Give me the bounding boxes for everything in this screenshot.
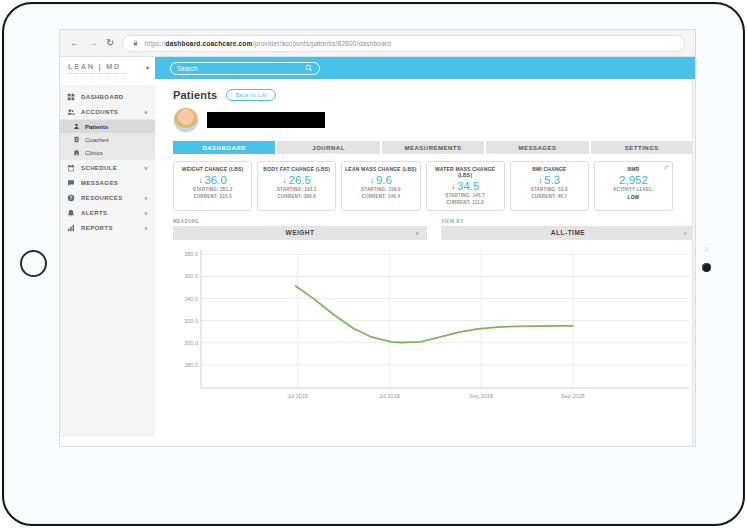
metric-title: LEAN MASS CHANGE (LBS) bbox=[344, 166, 417, 172]
person-icon bbox=[73, 123, 80, 130]
metric-card-lean-mass-change: LEAN MASS CHANGE (LBS) ↓9.6 STARTING: 15… bbox=[341, 161, 420, 211]
edit-pencil-icon[interactable]: ✎ bbox=[663, 164, 669, 172]
browser-window: ← → ↻ https://dashboard.coachcare.com/pr… bbox=[59, 29, 696, 447]
metric-card-water-mass-change: WATER MASS CHANGE (LBS) ↓34.5 STARTING: … bbox=[426, 161, 505, 211]
sidebar-subitem-clinics[interactable]: Clinics bbox=[60, 146, 155, 159]
sidebar-item-alerts[interactable]: ALERTS ∨ bbox=[60, 205, 155, 220]
weight-line-chart: 380.0360.0340.0320.0300.0280.0Jul 2018Ju… bbox=[173, 246, 695, 402]
bell-icon bbox=[67, 209, 75, 217]
metric-current: CURRENT: 111.2 bbox=[429, 200, 502, 207]
measure-label: MEASURE bbox=[173, 219, 427, 224]
metric-title: BMI CHANGE bbox=[513, 166, 586, 172]
activity-level-value: LOW bbox=[597, 194, 670, 201]
sidebar-item-label: MESSAGES bbox=[81, 180, 118, 186]
sidebar-item-label: RESOURCES bbox=[81, 195, 123, 201]
main-panel: Patients Back to List DASHBOARD JOURNAL … bbox=[155, 57, 695, 446]
metric-title: BMR bbox=[597, 166, 670, 172]
tab-settings[interactable]: SETTINGS bbox=[591, 141, 693, 154]
svg-text:Sep 2018: Sep 2018 bbox=[561, 393, 585, 399]
chart-filters: MEASURE WEIGHT ∨ VIEW BY ALL-TIME bbox=[173, 219, 695, 240]
camera-dot bbox=[702, 263, 711, 272]
svg-text:Jul 2018: Jul 2018 bbox=[287, 393, 308, 399]
chat-icon bbox=[67, 179, 75, 187]
top-search-band bbox=[155, 57, 695, 79]
ambient-sensor bbox=[704, 247, 709, 252]
chevron-down-icon: ∨ bbox=[144, 165, 148, 171]
tab-messages[interactable]: MESSAGES bbox=[486, 141, 588, 154]
tab-dashboard[interactable]: DASHBOARD bbox=[173, 141, 275, 154]
measure-select[interactable]: WEIGHT ∨ bbox=[173, 226, 427, 240]
scrollbar[interactable] bbox=[692, 79, 695, 446]
sidebar-item-label: ACCOUNTS bbox=[81, 109, 118, 115]
metric-starting: STARTING: 351.3 bbox=[176, 187, 249, 194]
tab-journal[interactable]: JOURNAL bbox=[277, 141, 379, 154]
tab-measurements[interactable]: MEASUREMENTS bbox=[382, 141, 484, 154]
browser-toolbar: ← → ↻ https://dashboard.coachcare.com/pr… bbox=[60, 30, 695, 57]
svg-text:320.0: 320.0 bbox=[184, 317, 198, 323]
metric-title: BODY FAT CHANGE (LBS) bbox=[260, 166, 333, 172]
sidebar-item-label: REPORTS bbox=[81, 225, 113, 231]
search-icon bbox=[305, 64, 313, 72]
viewby-label: VIEW BY bbox=[441, 219, 695, 224]
sidebar-subitem-coaches[interactable]: Coaches bbox=[60, 133, 155, 146]
metric-card-bmr: ✎ BMR 2,952 ACTIVITY LEVEL: LOW bbox=[594, 161, 673, 211]
chevron-down-icon: ∨ bbox=[144, 225, 148, 231]
sidebar-item-label: DASHBOARD bbox=[81, 94, 124, 100]
svg-text:380.0: 380.0 bbox=[184, 251, 198, 257]
metric-starting: STARTING: 193.1 bbox=[260, 187, 333, 194]
sidebar-subitem-patients[interactable]: Patients bbox=[60, 120, 155, 133]
down-arrow-icon: ↓ bbox=[538, 176, 542, 185]
patient-name-redacted bbox=[207, 112, 325, 128]
metric-starting: STARTING: 145.7 bbox=[429, 193, 502, 200]
sidebar: LEAN | MD ▾ DASHBOARD bbox=[60, 57, 155, 446]
search-box[interactable] bbox=[170, 62, 320, 75]
leanmd-logo: LEAN | MD bbox=[68, 62, 151, 71]
logo-caret-icon[interactable]: ▾ bbox=[146, 64, 149, 71]
metric-card-weight-change: WEIGHT CHANGE (LBS) ↓36.0 STARTING: 351.… bbox=[173, 161, 252, 211]
people-icon bbox=[67, 108, 75, 116]
svg-text:Sep 2018: Sep 2018 bbox=[469, 393, 493, 399]
down-arrow-icon: ↓ bbox=[451, 182, 455, 191]
refresh-icon[interactable]: ↻ bbox=[106, 38, 114, 48]
back-to-list-button[interactable]: Back to List bbox=[226, 89, 276, 101]
chevron-down-icon: ∨ bbox=[683, 230, 687, 236]
calendar-icon bbox=[67, 164, 75, 172]
sidebar-item-resources[interactable]: ? RESOURCES ∨ bbox=[60, 190, 155, 205]
padlock-icon bbox=[132, 39, 139, 47]
metric-card-body-fat-change: BODY FAT CHANGE (LBS) ↓26.5 STARTING: 19… bbox=[257, 161, 336, 211]
down-arrow-icon: ↓ bbox=[198, 176, 202, 185]
metric-title: WEIGHT CHANGE (LBS) bbox=[176, 166, 249, 172]
chevron-down-icon: ∨ bbox=[415, 230, 419, 236]
viewby-filter: VIEW BY ALL-TIME ∨ bbox=[441, 219, 695, 240]
svg-text:340.0: 340.0 bbox=[184, 295, 198, 301]
bar-chart-icon bbox=[67, 224, 75, 232]
metric-current: CURRENT: 46.7 bbox=[513, 194, 586, 201]
sidebar-item-dashboard[interactable]: DASHBOARD bbox=[60, 89, 155, 104]
metric-cards-row: WEIGHT CHANGE (LBS) ↓36.0 STARTING: 351.… bbox=[173, 161, 673, 211]
viewby-select[interactable]: ALL-TIME ∨ bbox=[441, 226, 695, 240]
metric-title: WATER MASS CHANGE (LBS) bbox=[429, 166, 502, 178]
measure-filter: MEASURE WEIGHT ∨ bbox=[173, 219, 427, 240]
search-input[interactable] bbox=[177, 65, 305, 72]
patient-avatar[interactable] bbox=[173, 107, 199, 133]
sidebar-nav: DASHBOARD ACCOUNTS ∧ bbox=[60, 85, 155, 437]
metric-value: 2,952 bbox=[619, 174, 648, 186]
metric-value: 9.6 bbox=[376, 174, 392, 186]
patient-tabs: DASHBOARD JOURNAL MEASUREMENTS MESSAGES … bbox=[173, 141, 693, 154]
forward-icon[interactable]: → bbox=[88, 38, 98, 48]
logo-block[interactable]: LEAN | MD ▾ bbox=[60, 57, 155, 85]
sidebar-item-reports[interactable]: REPORTS ∨ bbox=[60, 220, 155, 235]
back-icon[interactable]: ← bbox=[70, 38, 80, 48]
page-title: Patients bbox=[173, 89, 217, 101]
home-button[interactable] bbox=[20, 250, 47, 277]
url-bar[interactable]: https://dashboard.coachcare.com/provider… bbox=[122, 35, 685, 52]
sidebar-item-messages[interactable]: MESSAGES bbox=[60, 175, 155, 190]
measure-selected-value: WEIGHT bbox=[286, 229, 315, 236]
screenshot-stage: ← → ↻ https://dashboard.coachcare.com/pr… bbox=[0, 0, 747, 528]
sidebar-item-accounts[interactable]: ACCOUNTS ∧ bbox=[60, 104, 155, 119]
patient-dashboard-content: Patients Back to List DASHBOARD JOURNAL … bbox=[155, 79, 695, 402]
viewby-selected-value: ALL-TIME bbox=[551, 229, 585, 236]
sidebar-subitem-label: Patients bbox=[85, 124, 108, 130]
sidebar-item-schedule[interactable]: SCHEDULE ∨ bbox=[60, 160, 155, 175]
svg-text:360.0: 360.0 bbox=[184, 273, 198, 279]
